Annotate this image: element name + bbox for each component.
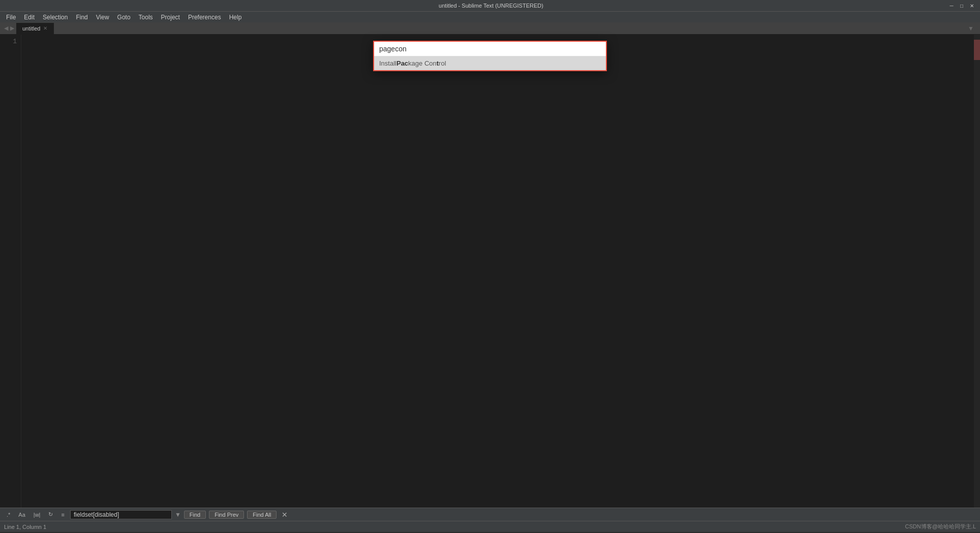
menu-find[interactable]: Find bbox=[72, 13, 91, 22]
find-close-button[interactable]: ✕ bbox=[282, 511, 288, 519]
status-right: CSDN博客@哈哈哈同学主.L bbox=[905, 523, 976, 530]
menu-project[interactable]: Project bbox=[157, 13, 184, 22]
tab-label: untitled bbox=[22, 25, 40, 32]
tab-untitled[interactable]: untitled ✕ bbox=[16, 23, 54, 34]
minimize-button[interactable]: ─ bbox=[947, 2, 956, 10]
close-button[interactable]: ✕ bbox=[968, 2, 976, 10]
status-position: Line 1, Column 1 bbox=[4, 524, 46, 530]
find-input-container[interactable] bbox=[70, 510, 172, 519]
menu-selection[interactable]: Selection bbox=[39, 13, 72, 22]
find-prev-button[interactable]: Find Prev bbox=[209, 511, 244, 519]
find-in-selection-button[interactable]: ≡ bbox=[58, 510, 67, 519]
minimap bbox=[974, 35, 980, 508]
editor-area: 1 Install Package Control bbox=[0, 35, 980, 508]
find-word-button[interactable]: |w| bbox=[31, 510, 43, 519]
command-results: Install Package Control bbox=[374, 56, 606, 70]
menu-bar: File Edit Selection Find View Goto Tools… bbox=[0, 11, 980, 22]
status-bar: Line 1, Column 1 CSDN博客@哈哈哈同学主.L bbox=[0, 521, 980, 532]
line-numbers: 1 bbox=[0, 35, 21, 508]
nav-right-arrow[interactable]: ▶ bbox=[10, 25, 14, 32]
nav-left-arrow[interactable]: ◀ bbox=[4, 25, 8, 32]
find-input[interactable] bbox=[74, 511, 150, 518]
find-wrap-button[interactable]: ↻ bbox=[46, 510, 55, 519]
title-bar: untitled - Sublime Text (UNREGISTERED) ─… bbox=[0, 0, 980, 11]
result-prefix: Install bbox=[379, 60, 396, 67]
result-mid: kage Con bbox=[408, 60, 437, 67]
nav-arrows: ◀ ▶ bbox=[2, 25, 16, 32]
menu-edit[interactable]: Edit bbox=[20, 13, 39, 22]
menu-view[interactable]: View bbox=[92, 13, 113, 22]
status-attribution: CSDN博客@哈哈哈同学主.L bbox=[905, 523, 976, 530]
command-result-install-package-control[interactable]: Install Package Control bbox=[374, 56, 606, 70]
menu-goto[interactable]: Goto bbox=[113, 13, 135, 22]
command-search-input[interactable] bbox=[379, 45, 601, 53]
window-controls: ─ □ ✕ bbox=[947, 2, 976, 10]
find-bar: .* Aa |w| ↻ ≡ ▼ Find Find Prev Find All … bbox=[0, 508, 980, 521]
result-suffix: rol bbox=[439, 60, 446, 67]
find-case-button[interactable]: Aa bbox=[16, 510, 27, 519]
result-bold-1: Pac bbox=[396, 60, 408, 67]
window-title: untitled - Sublime Text (UNREGISTERED) bbox=[35, 3, 947, 9]
find-button[interactable]: Find bbox=[184, 511, 206, 519]
command-input-container[interactable] bbox=[374, 42, 606, 56]
menu-preferences[interactable]: Preferences bbox=[184, 13, 225, 22]
menu-help[interactable]: Help bbox=[225, 13, 246, 22]
tab-expand-icon[interactable]: ▼ bbox=[968, 25, 978, 32]
tab-bar: ◀ ▶ untitled ✕ ▼ bbox=[0, 22, 980, 35]
line-number: 1 bbox=[0, 37, 17, 47]
find-dropdown-icon[interactable]: ▼ bbox=[175, 511, 181, 518]
menu-tools[interactable]: Tools bbox=[135, 13, 157, 22]
menu-file[interactable]: File bbox=[2, 13, 20, 22]
find-regex-button[interactable]: .* bbox=[4, 510, 13, 519]
editor-content[interactable] bbox=[21, 35, 980, 508]
command-palette[interactable]: Install Package Control bbox=[373, 41, 607, 71]
minimap-indicator bbox=[974, 40, 980, 60]
maximize-button[interactable]: □ bbox=[958, 2, 966, 10]
find-all-button[interactable]: Find All bbox=[247, 511, 277, 519]
tab-close-icon[interactable]: ✕ bbox=[43, 25, 47, 31]
